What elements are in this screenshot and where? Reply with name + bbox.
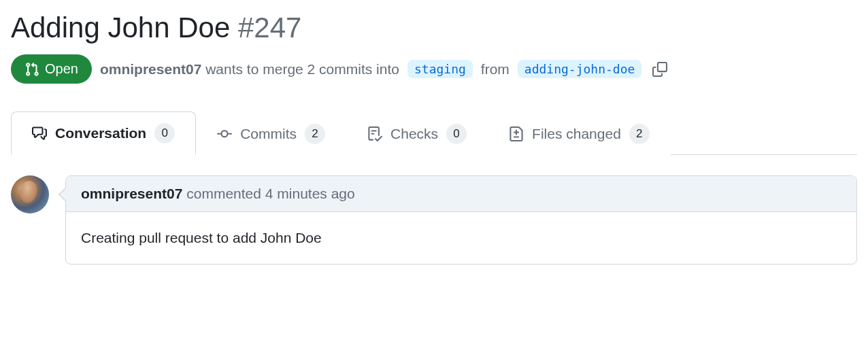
merge-text-1: wants to merge 2 commits into: [205, 61, 399, 77]
file-diff-icon: [509, 126, 524, 141]
tab-files-label: Files changed: [532, 126, 621, 142]
pr-title: Adding John Doe #247: [11, 11, 857, 45]
tab-conversation[interactable]: Conversation 0: [11, 112, 196, 155]
tab-commits-count: 2: [305, 124, 325, 144]
comment-box: omnipresent07 commented 4 minutes ago Cr…: [65, 175, 857, 264]
pr-author[interactable]: omnipresent07: [100, 61, 201, 77]
tab-conversation-label: Conversation: [55, 125, 146, 141]
pr-header: Adding John Doe #247 Open omnipresent07 …: [11, 11, 857, 84]
merge-text-2: from: [481, 61, 510, 78]
comment-timestamp[interactable]: 4 minutes ago: [265, 186, 355, 201]
base-branch[interactable]: staging: [407, 60, 473, 78]
comment-action: commented: [186, 186, 261, 201]
state-label: Open: [45, 61, 78, 77]
pr-title-text: Adding John Doe: [11, 12, 230, 44]
tab-checks[interactable]: Checks 0: [346, 112, 488, 155]
tab-conversation-count: 0: [154, 123, 175, 143]
git-pull-request-icon: [24, 62, 39, 77]
pr-number: #247: [238, 12, 301, 44]
checklist-icon: [367, 126, 382, 141]
comment-discussion-icon: [32, 126, 47, 141]
comment-author[interactable]: omnipresent07: [81, 186, 182, 201]
comment-header: omnipresent07 commented 4 minutes ago: [66, 176, 856, 212]
comment-body: Creating pull request to add John Doe: [66, 212, 856, 264]
merge-description: omnipresent07 wants to merge 2 commits i…: [100, 61, 399, 78]
comment-author-avatar[interactable]: [11, 175, 49, 213]
timeline: omnipresent07 commented 4 minutes ago Cr…: [11, 175, 857, 264]
git-commit-icon: [217, 126, 232, 141]
state-badge-open: Open: [11, 54, 92, 84]
tab-checks-count: 0: [446, 124, 467, 144]
tab-checks-label: Checks: [390, 126, 438, 142]
tab-commits-label: Commits: [240, 126, 297, 142]
copy-icon: [652, 62, 667, 77]
pr-title-row: Adding John Doe #247: [11, 11, 857, 45]
pr-tabnav: Conversation 0 Commits 2 Checks 0 Files …: [11, 111, 857, 155]
tab-files-changed[interactable]: Files changed 2: [488, 112, 671, 155]
copy-branch-button[interactable]: [650, 59, 670, 80]
tab-commits[interactable]: Commits 2: [196, 112, 346, 155]
pr-meta-row: Open omnipresent07 wants to merge 2 comm…: [11, 54, 857, 84]
head-branch[interactable]: adding-john-doe: [518, 60, 642, 78]
tab-files-count: 2: [629, 124, 650, 144]
